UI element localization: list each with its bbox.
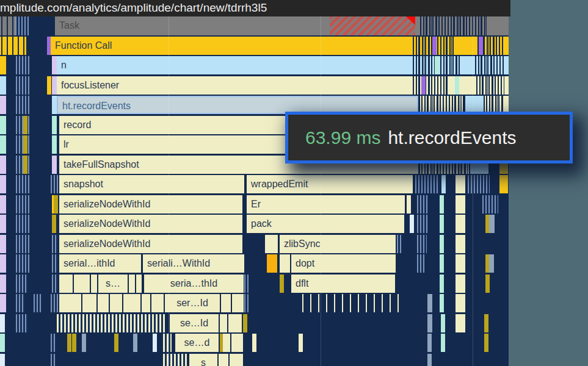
frame-segment[interactable] (129, 274, 135, 293)
frame-segment[interactable] (0, 96, 6, 114)
frame-segment[interactable] (52, 96, 57, 114)
frame-ticks[interactable] (52, 235, 58, 253)
frame-segment[interactable] (427, 334, 432, 352)
frame-segment[interactable] (0, 195, 6, 214)
frame-segment[interactable] (123, 294, 140, 312)
frame-segment[interactable] (0, 254, 6, 273)
frame-segment[interactable] (440, 254, 444, 273)
frame-segment[interactable] (440, 215, 444, 233)
frame-segment[interactable] (0, 354, 5, 366)
frame-segment[interactable] (456, 235, 465, 253)
frame-segment[interactable] (407, 195, 411, 214)
frame-segment[interactable] (489, 215, 495, 233)
frame-segment[interactable] (151, 294, 164, 312)
frame-segment[interactable] (265, 235, 278, 253)
frame-ticks[interactable] (244, 294, 249, 312)
frame-segment[interactable] (52, 116, 57, 134)
frame-ticks[interactable] (415, 175, 440, 193)
frame-ticks[interactable] (163, 334, 172, 352)
frame-segment[interactable] (0, 135, 6, 154)
frame-serial-ithid[interactable]: serial…ithId (59, 254, 141, 273)
frame-segment[interactable] (441, 175, 446, 193)
frame-segment[interactable] (142, 294, 150, 312)
frame-segment[interactable] (228, 314, 242, 332)
frame-segment[interactable] (230, 354, 243, 366)
frame-segment[interactable] (153, 334, 157, 352)
frame-segment[interactable] (427, 354, 432, 366)
frame-segment[interactable] (456, 274, 465, 293)
frame-segment[interactable] (0, 235, 6, 253)
frame-segment[interactable] (67, 334, 71, 352)
frame-segment[interactable] (52, 156, 57, 174)
frame-ticks[interactable] (16, 56, 29, 74)
frame-segment[interactable] (54, 195, 58, 214)
frame-segment[interactable] (252, 334, 256, 352)
frame-segment[interactable] (0, 76, 6, 95)
frame-ticks[interactable] (51, 175, 58, 193)
frame-segment[interactable] (0, 175, 6, 193)
frame-segment[interactable] (223, 334, 230, 352)
frame-segment[interactable] (0, 334, 5, 352)
frame-segment[interactable] (23, 116, 27, 134)
frame-dflt[interactable]: dflt (291, 274, 395, 293)
frame-segment[interactable] (280, 274, 284, 293)
frame-ticks[interactable] (397, 235, 402, 253)
frame-segment[interactable] (23, 135, 27, 154)
frame-segment[interactable] (59, 274, 73, 293)
frame-se-d[interactable]: se…d (175, 334, 219, 352)
frame-ticks[interactable] (417, 235, 427, 253)
frame-se-id[interactable]: se…Id (170, 314, 219, 332)
frame-segment[interactable] (52, 76, 57, 95)
frame-segment[interactable] (219, 354, 228, 366)
frame-segment[interactable] (72, 334, 76, 352)
frame-segment[interactable] (52, 135, 57, 154)
frame-ticks[interactable] (417, 215, 428, 233)
frame-ticks[interactable] (16, 274, 28, 293)
frame-segment[interactable] (455, 76, 459, 95)
url-bar[interactable]: mplitude.com/analytics/amplitude/chart/n… (0, 0, 510, 16)
frame-segment[interactable] (441, 314, 445, 332)
frame-segment[interactable] (82, 334, 86, 352)
frame-segment[interactable] (499, 175, 508, 193)
frame-segment[interactable] (82, 294, 96, 312)
frame-segment[interactable] (489, 254, 494, 273)
frame-segment[interactable] (440, 294, 444, 312)
frame-segment[interactable] (441, 334, 445, 352)
frame-ticks[interactable] (51, 294, 58, 312)
frame-ticks[interactable] (52, 254, 58, 273)
frame-segment[interactable] (98, 294, 109, 312)
frame-segment[interactable] (267, 254, 277, 273)
frame-segment[interactable] (136, 274, 142, 293)
frame-ticks[interactable] (16, 195, 29, 214)
frame-ticks[interactable] (244, 274, 249, 293)
frame-ticks[interactable] (468, 175, 490, 193)
frame-ticks[interactable] (15, 16, 29, 35)
frame-ticks[interactable] (16, 294, 24, 312)
frame-ticks[interactable] (302, 294, 403, 312)
flame-chart-canvas[interactable]: TaskFunction CallnfocusListenerht.record… (0, 0, 588, 366)
frame-segment[interactable] (114, 334, 118, 352)
frame-segment[interactable] (243, 314, 247, 332)
frame-ticks[interactable] (52, 274, 58, 293)
frame-segment[interactable] (456, 314, 465, 332)
frame-serializenodewithid[interactable]: serializeNodeWithId (59, 235, 242, 253)
frame-segment[interactable] (435, 56, 439, 74)
frame-segment[interactable] (456, 175, 465, 193)
frame-wrappedemit[interactable]: wrappedEmit (247, 175, 413, 193)
frame-ticks[interactable] (482, 195, 498, 214)
frame-segment[interactable] (440, 195, 444, 214)
frame-ticks[interactable] (16, 175, 29, 193)
frame-segment[interactable] (410, 215, 414, 233)
frame-segment[interactable] (484, 314, 488, 332)
frame-segment[interactable] (427, 294, 432, 312)
frame-ticks[interactable] (417, 195, 428, 214)
frame-segment[interactable] (0, 274, 6, 293)
frame-segment[interactable] (47, 76, 51, 95)
frame-segment[interactable] (232, 294, 244, 312)
frame-segment[interactable] (485, 274, 490, 293)
frame-segment[interactable] (440, 274, 444, 293)
frame-segment[interactable] (299, 334, 303, 352)
frame-segment[interactable] (110, 294, 122, 312)
frame-ticks[interactable] (57, 314, 165, 332)
frame-segment[interactable] (0, 215, 6, 233)
